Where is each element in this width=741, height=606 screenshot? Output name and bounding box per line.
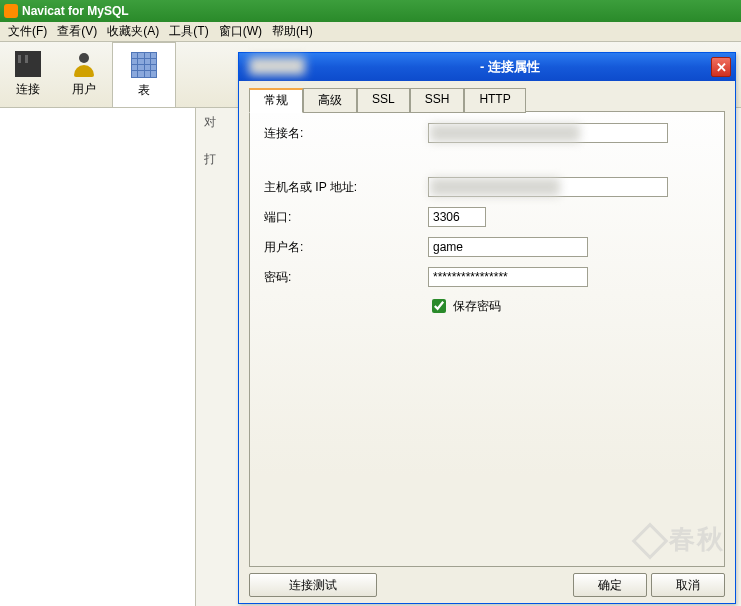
- menu-tools[interactable]: 工具(T): [165, 22, 212, 41]
- tab-advanced[interactable]: 高级: [303, 88, 357, 113]
- menubar: 文件(F) 查看(V) 收藏夹(A) 工具(T) 窗口(W) 帮助(H): [0, 22, 741, 42]
- tab-panel-general: 连接名: 主机名或 IP 地址: 端口: 用户名:: [249, 111, 725, 567]
- label-password: 密码:: [264, 269, 428, 286]
- dialog-title: - 连接属性: [309, 58, 711, 76]
- close-icon[interactable]: ✕: [711, 57, 731, 77]
- tab-http[interactable]: HTTP: [464, 88, 525, 113]
- toolbar-label-user: 用户: [72, 81, 96, 98]
- user-icon: [71, 51, 97, 77]
- tab-ssh[interactable]: SSH: [410, 88, 465, 113]
- navigation-panel[interactable]: [0, 108, 196, 606]
- app-titlebar: Navicat for MySQL: [0, 0, 741, 22]
- button-cancel[interactable]: 取消: [651, 573, 725, 597]
- input-password[interactable]: [428, 267, 588, 287]
- dialog-title-blurred: [249, 57, 305, 75]
- menu-help[interactable]: 帮助(H): [268, 22, 317, 41]
- dialog-button-row: 连接测试 确定 取消: [249, 567, 725, 597]
- app-title: Navicat for MySQL: [22, 4, 129, 18]
- button-test-connection[interactable]: 连接测试: [249, 573, 377, 597]
- toolbar-table-button[interactable]: 表: [112, 42, 176, 107]
- toolbar-user-button[interactable]: 用户: [56, 42, 112, 107]
- toolbar-label-connection: 连接: [16, 81, 40, 98]
- label-port: 端口:: [264, 209, 428, 226]
- connection-properties-dialog: - 连接属性 ✕ 常规 高级 SSL SSH HTTP 连接名: 主机名或 IP…: [238, 52, 736, 604]
- label-connection-name: 连接名:: [264, 125, 428, 142]
- label-host: 主机名或 IP 地址:: [264, 179, 428, 196]
- toolbar-connection-button[interactable]: 连接: [0, 42, 56, 107]
- button-ok[interactable]: 确定: [573, 573, 647, 597]
- label-save-password: 保存密码: [453, 298, 501, 315]
- app-icon: [4, 4, 18, 18]
- input-username[interactable]: [428, 237, 588, 257]
- connection-icon: [15, 51, 41, 77]
- tab-general[interactable]: 常规: [249, 88, 303, 113]
- table-icon: [131, 52, 157, 78]
- menu-view[interactable]: 查看(V): [53, 22, 101, 41]
- menu-file[interactable]: 文件(F): [4, 22, 51, 41]
- menu-favorites[interactable]: 收藏夹(A): [103, 22, 163, 41]
- label-username: 用户名:: [264, 239, 428, 256]
- blurred-connection-name: [430, 124, 580, 142]
- toolbar-label-table: 表: [138, 82, 150, 99]
- input-port[interactable]: [428, 207, 486, 227]
- checkbox-save-password[interactable]: [432, 299, 446, 313]
- tab-ssl[interactable]: SSL: [357, 88, 410, 113]
- dialog-tabstrip: 常规 高级 SSL SSH HTTP: [249, 87, 725, 112]
- dialog-titlebar[interactable]: - 连接属性 ✕: [239, 53, 735, 81]
- menu-window[interactable]: 窗口(W): [215, 22, 266, 41]
- blurred-host: [430, 178, 560, 196]
